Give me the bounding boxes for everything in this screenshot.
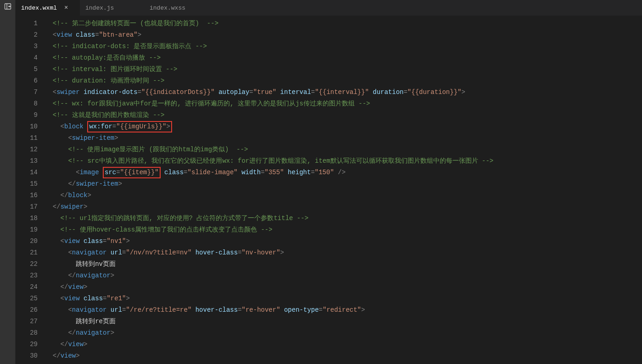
- line-number: 15: [16, 178, 38, 190]
- line-number: 17: [16, 201, 38, 213]
- code-line: <swiper indicator-dots="{{indicatorDots}…: [45, 87, 642, 98]
- code-line: 跳转到nv页面: [45, 259, 642, 270]
- tab-index-wxml[interactable]: index.wxml ×: [16, 0, 80, 16]
- code-area[interactable]: <!-- 第二步创建跳转页面一 (也就是我们的首页) --> <view cla…: [45, 16, 642, 364]
- code-line: <!-- wx: for跟我们java中for是一样的, 进行循环遍历的, 这里…: [45, 98, 642, 110]
- line-number: 30: [16, 350, 38, 362]
- line-number: 18: [16, 213, 38, 224]
- code-line: <view class="nv1">: [45, 236, 642, 247]
- code-line: <!-- 使用hover-class属性增加了我们的点击样式改变了点击颜色 --…: [45, 224, 642, 236]
- code-line: </navigator>: [45, 270, 642, 281]
- tab-label: index.wxss: [150, 5, 185, 11]
- line-number: 2: [16, 29, 38, 41]
- code-line: <!-- 第二步创建跳转页面一 (也就是我们的首页) -->: [45, 18, 642, 29]
- code-line: <block wx:for="{{imgUrls}}">: [45, 121, 642, 132]
- code-line: 跳转到re页面: [45, 316, 642, 327]
- line-number: 29: [16, 339, 38, 350]
- line-number: 12: [16, 144, 38, 155]
- tab-index-wxss[interactable]: index.wxss: [144, 0, 208, 16]
- line-number: 10: [16, 121, 38, 132]
- code-line: <view class="re1">: [45, 293, 642, 304]
- code-line: <image src="{{item}}" class="slide-image…: [45, 167, 642, 178]
- code-line: </view>: [45, 339, 642, 350]
- code-line: <!-- autoplay:是否自动播放 -->: [45, 52, 642, 64]
- code-line: <view class="btn-area">: [45, 29, 642, 41]
- panel-layout-icon[interactable]: [1, 1, 14, 14]
- code-editor[interactable]: 1234567891011121314151617181920212223242…: [16, 16, 642, 364]
- line-number: 21: [16, 247, 38, 259]
- code-line: </navigator>: [45, 327, 642, 339]
- code-line: </block>: [45, 190, 642, 201]
- tab-index-js[interactable]: index.js: [80, 0, 144, 16]
- line-number: 5: [16, 64, 38, 75]
- activity-bar: [0, 0, 16, 364]
- code-line: <!-- 这就是我们的图片数组渲染 -->: [45, 110, 642, 121]
- line-number: 20: [16, 236, 38, 247]
- line-number: 27: [16, 316, 38, 327]
- line-number: 25: [16, 293, 38, 304]
- code-line: <!-- url指定我们的跳转页面, 对应的使用? 占位符的方式带了一个参数ti…: [45, 213, 642, 224]
- close-icon[interactable]: ×: [64, 4, 68, 11]
- code-line: </swiper-item>: [45, 178, 642, 190]
- code-line: <navigator url="/re/re?title=re" hover-c…: [45, 304, 642, 316]
- line-number: 6: [16, 75, 38, 87]
- line-number: 14: [16, 167, 38, 178]
- line-number-gutter: 1234567891011121314151617181920212223242…: [16, 16, 45, 364]
- line-number: 23: [16, 270, 38, 281]
- code-line: </view>: [45, 281, 642, 293]
- tab-label: index.js: [85, 5, 114, 11]
- line-number: 4: [16, 52, 38, 64]
- code-line: <swiper-item>: [45, 132, 642, 144]
- code-line: </view>: [45, 350, 642, 362]
- line-number: 28: [16, 327, 38, 339]
- code-line: </swiper>: [45, 201, 642, 213]
- line-number: 7: [16, 87, 38, 98]
- line-number: 13: [16, 155, 38, 167]
- code-line: <!-- 使用image显示图片 (跟我们的html的img类似) -->: [45, 144, 642, 155]
- code-line: <!-- interval: 图片循环时间设置 -->: [45, 64, 642, 75]
- tab-label: index.wxml: [21, 5, 57, 11]
- line-number: 1: [16, 18, 38, 29]
- code-line: <!-- duration: 动画滑动时间 -->: [45, 75, 642, 87]
- code-line: <navigator url="/nv/nv?title=nv" hover-c…: [45, 247, 642, 259]
- line-number: 22: [16, 259, 38, 270]
- line-number: 26: [16, 304, 38, 316]
- editor-main: index.wxml × index.js index.wxss 1234567…: [16, 0, 642, 364]
- line-number: 19: [16, 224, 38, 236]
- line-number: 11: [16, 132, 38, 144]
- line-number: 24: [16, 281, 38, 293]
- code-line: <!-- src中填入图片路径, 我们在它的父级已经使用wx: for进行了图片…: [45, 155, 642, 167]
- line-number: 16: [16, 190, 38, 201]
- line-number: 3: [16, 41, 38, 52]
- line-number: 9: [16, 110, 38, 121]
- tab-bar: index.wxml × index.js index.wxss: [16, 0, 642, 16]
- line-number: 8: [16, 98, 38, 110]
- code-line: <!-- indicator-dots: 是否显示面板指示点 -->: [45, 41, 642, 52]
